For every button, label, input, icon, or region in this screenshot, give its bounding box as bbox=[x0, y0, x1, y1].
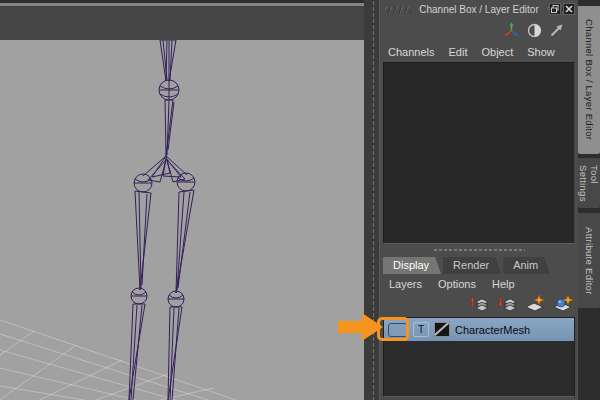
close-icon bbox=[565, 5, 573, 13]
section-splitter[interactable] bbox=[380, 246, 578, 253]
close-panel-button[interactable] bbox=[563, 3, 575, 15]
menu-channels[interactable]: Channels bbox=[388, 46, 434, 58]
tab-anim[interactable]: Anim bbox=[503, 257, 550, 274]
dock-icon bbox=[551, 5, 559, 13]
menu-layers[interactable]: Layers bbox=[389, 278, 422, 290]
panel-splitter[interactable] bbox=[364, 0, 380, 400]
tab-render[interactable]: Render bbox=[443, 257, 501, 274]
move-layer-down-icon[interactable] bbox=[496, 294, 518, 314]
layer-display-type-toggle[interactable]: T bbox=[413, 322, 429, 337]
tab-display[interactable]: Display bbox=[383, 257, 441, 274]
layer-editor-menubar: Layers Options Help bbox=[383, 276, 515, 292]
skeleton-bones bbox=[129, 40, 195, 400]
ground-grid bbox=[0, 320, 236, 400]
axis-tripod-icon[interactable] bbox=[503, 22, 520, 39]
panel-header-toolbar bbox=[380, 18, 578, 42]
3d-viewport[interactable] bbox=[0, 0, 364, 400]
layer-editor-tabbar: Display Render Anim bbox=[383, 257, 550, 274]
dock-window-button[interactable] bbox=[549, 3, 561, 15]
move-layer-up-icon[interactable] bbox=[468, 294, 490, 314]
character-wireframe bbox=[0, 40, 364, 400]
channel-list-area[interactable] bbox=[383, 62, 575, 244]
layer-visibility-checkbox[interactable] bbox=[388, 323, 408, 337]
titlebar-grip-icon bbox=[385, 6, 411, 13]
dock-tab-strip: Channel Box / Layer Editor Tool Settings… bbox=[578, 0, 600, 400]
dock-tab-attribute-editor[interactable]: Attribute Editor bbox=[578, 213, 600, 308]
layer-color-swatch[interactable] bbox=[434, 322, 450, 337]
panel-title: Channel Box / Layer Editor bbox=[419, 4, 539, 15]
create-empty-layer-icon[interactable] bbox=[524, 294, 546, 314]
panel-titlebar[interactable]: Channel Box / Layer Editor bbox=[380, 0, 578, 18]
splitter-grip-icon bbox=[433, 248, 525, 252]
menu-show[interactable]: Show bbox=[527, 46, 555, 58]
layer-row-charactermesh[interactable]: T CharacterMesh bbox=[384, 318, 574, 341]
channel-box-menubar: Channels Edit Object Show bbox=[380, 42, 578, 62]
viewport-header-band bbox=[0, 6, 364, 40]
menu-object[interactable]: Object bbox=[481, 46, 513, 58]
channel-box-layer-editor-panel: Channel Box / Layer Editor bbox=[380, 0, 578, 400]
create-layer-from-selected-icon[interactable] bbox=[552, 294, 574, 314]
layer-list[interactable]: T CharacterMesh bbox=[383, 317, 575, 397]
dock-tab-tool-settings[interactable]: Tool Settings bbox=[578, 158, 600, 208]
menu-help[interactable]: Help bbox=[492, 278, 515, 290]
half-circle-icon[interactable] bbox=[527, 23, 542, 38]
menu-options[interactable]: Options bbox=[438, 278, 476, 290]
layer-name: CharacterMesh bbox=[455, 324, 530, 336]
splitter-grip-icon bbox=[372, 0, 375, 400]
menu-edit[interactable]: Edit bbox=[448, 46, 467, 58]
layer-toolbar bbox=[468, 293, 574, 315]
dock-tab-channel-box[interactable]: Channel Box / Layer Editor bbox=[578, 6, 600, 154]
arrow-ne-icon[interactable] bbox=[549, 23, 564, 38]
